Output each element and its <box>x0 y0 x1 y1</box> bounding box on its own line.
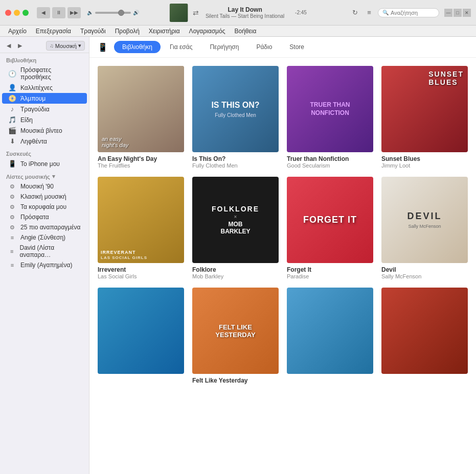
title-bar: ◀ ⏸ ▶▶ 🔈 🔊 ⇄ Lay It Down Silent Tails — … <box>0 0 476 26</box>
playlist-item-emily[interactable]: ≡ Emily (Αγαπημένα) <box>2 260 87 270</box>
sidebar-item-genres[interactable]: 🎵 Είδη <box>2 114 87 125</box>
library-dropdown-label: Μουσική <box>55 43 77 49</box>
sidebar-item-recent[interactable]: 🕐 Πρόσφατες προσθήκες <box>2 65 87 82</box>
tab-for-you[interactable]: Για εσάς <box>162 41 201 53</box>
album-card-12[interactable] <box>381 288 468 384</box>
playlists-section-label: Λίστες μουσικής ▾ <box>0 169 89 181</box>
playlist-david-label: David (Λίστα αναπαρα… <box>20 244 81 258</box>
search-input[interactable] <box>391 10 432 16</box>
close-window-button[interactable] <box>5 10 11 16</box>
playlist-item-recent[interactable]: ⚙ Πρόσφατα <box>2 212 87 222</box>
sidebar-item-iphone[interactable]: 📱 Το iPhone μου <box>2 158 87 169</box>
playlist-list-icon-2: ≡ <box>8 248 16 254</box>
album-name-10: Felt Like Yesterday <box>192 377 279 384</box>
playlist-item-90s[interactable]: ⚙ Μουσική '90 <box>2 181 87 192</box>
tab-radio[interactable]: Ράδιο <box>248 41 280 53</box>
menu-help[interactable]: Βοήθεια <box>230 27 260 36</box>
playlist-item-angie[interactable]: ≡ Angie (Σύνθεση) <box>2 232 87 243</box>
list-view-button[interactable]: ≡ <box>364 7 375 18</box>
playlist-item-25most[interactable]: ⚙ 25 πιο αναπαραγμένα <box>2 222 87 232</box>
sidebar-item-albums[interactable]: 📀 Άλμπουμ <box>2 93 87 104</box>
tab-browse[interactable]: Περιήγηση <box>201 41 247 53</box>
menu-song[interactable]: Τραγούδι <box>76 27 110 36</box>
sidebar-nav-bar: ◀ ▶ ♫ Μουσική ▾ <box>0 39 89 53</box>
sidebar-item-downloaded-label: Ληφθέντα <box>20 138 47 145</box>
volume-slider-track[interactable] <box>95 12 131 14</box>
album-card-10[interactable]: FELT LIKEYESTERDAY Felt Like Yesterday <box>192 288 279 384</box>
repeat-button[interactable]: ↻ <box>349 7 360 18</box>
close-button[interactable]: ✕ <box>463 9 471 17</box>
album-card-5[interactable]: IRREVERANTLAS SOCIAL GIRLS Irreverent La… <box>98 177 184 279</box>
album-card-1[interactable]: an easynight's day An Easy Night's Day T… <box>98 66 184 169</box>
sidebar-item-artists[interactable]: 👤 Καλλιτέχνες <box>2 82 87 93</box>
playlist-item-david[interactable]: ≡ David (Λίστα αναπαρα… <box>2 243 87 260</box>
now-playing-center: ⇄ Lay It Down Silent Tails — Start Being… <box>169 4 307 22</box>
album-cover-12 <box>381 288 468 374</box>
forward-button[interactable]: ▶▶ <box>67 7 81 18</box>
album-cover-2: IS THIS ON? Fully Clothed Men <box>192 66 279 152</box>
minimize-window-button[interactable] <box>14 10 20 16</box>
menu-view[interactable]: Προβολή <box>111 27 144 36</box>
playlist-classical-label: Κλασική μουσική <box>20 193 66 200</box>
sidebar-item-songs-label: Τραγούδια <box>20 106 50 113</box>
music-videos-icon: 🎬 <box>8 127 16 134</box>
menu-edit[interactable]: Επεξεργασία <box>32 27 75 36</box>
album-artist-3: Good Secularism <box>287 162 373 169</box>
content-area: 📱 Βιβλιοθήκη Για εσάς Περιήγηση Ράδιο St… <box>89 37 476 474</box>
volume-high-icon: 🔊 <box>133 10 139 15</box>
library-dropdown[interactable]: ♫ Μουσική ▾ <box>46 41 85 51</box>
album-card-8[interactable]: DEVIL Sally McFenson Devil Sally McFenso… <box>381 177 468 279</box>
album-cover-3: TRUER THANNONFICTION <box>287 66 373 152</box>
menu-account[interactable]: Λογαριασμός <box>185 27 230 36</box>
menu-file[interactable]: Αρχείο <box>4 27 31 36</box>
sidebar-item-songs[interactable]: ♪ Τραγούδια <box>2 104 87 114</box>
volume-control[interactable]: 🔈 🔊 <box>87 10 139 15</box>
playlist-recent-label: Πρόσφατα <box>20 214 49 221</box>
album-card-9[interactable] <box>98 288 184 384</box>
album-artist-5: Las Social Girls <box>98 273 184 279</box>
volume-slider-thumb[interactable] <box>118 10 124 16</box>
album-artist-4: Jimmy Loot <box>381 162 468 169</box>
album-card-7[interactable]: FORGET IT Forget It Paradise <box>287 177 373 279</box>
genres-icon: 🎵 <box>8 116 16 124</box>
time-remaining: -2:45 <box>295 10 307 15</box>
song-info: Lay It Down Silent Tails — Start Being I… <box>204 6 286 19</box>
toolbar-right: ↻ ≡ 🔍 — □ ✕ <box>349 7 471 18</box>
album-card-11[interactable] <box>287 288 373 384</box>
playlists-label-text: Λίστες μουσικής <box>6 174 50 180</box>
chevron-down-icon-playlists: ▾ <box>52 173 55 180</box>
minimize-button[interactable]: — <box>444 9 452 17</box>
tab-library[interactable]: Βιβλιοθήκη <box>114 41 161 53</box>
album-cover-6: FOLKLORE × MOBBARKLEY <box>192 177 279 263</box>
album-name-2: Is This On? <box>192 155 279 162</box>
album-name-5: Irreverent <box>98 266 184 273</box>
album-name-6: Folklore <box>192 266 279 273</box>
playlist-top-label: Τα κορυφαία μου <box>20 203 66 210</box>
sidebar-item-music-videos[interactable]: 🎬 Μουσικά βίντεο <box>2 125 87 136</box>
iphone-icon: 📱 <box>8 160 16 168</box>
sidebar-item-downloaded[interactable]: ⬇ Ληφθέντα <box>2 136 87 147</box>
nav-back-button[interactable]: ◀ <box>4 41 13 51</box>
tab-store[interactable]: Store <box>281 41 312 53</box>
sidebar-item-iphone-label: Το iPhone μου <box>20 160 60 168</box>
album-card-6[interactable]: FOLKLORE × MOBBARKLEY Folklore Mob Barkl… <box>192 177 279 279</box>
playlist-25most-label: 25 πιο αναπαραγμένα <box>20 224 81 231</box>
back-button[interactable]: ◀ <box>37 7 50 18</box>
sidebar-item-artists-label: Καλλιτέχνες <box>20 84 53 91</box>
playback-controls: ◀ ⏸ ▶▶ <box>37 7 81 18</box>
downloaded-icon: ⬇ <box>8 137 16 145</box>
maximize-window-button[interactable] <box>22 10 29 16</box>
album-card-2[interactable]: IS THIS ON? Fully Clothed Men Is This On… <box>192 66 279 169</box>
playlist-item-classical[interactable]: ⚙ Κλασική μουσική <box>2 192 87 202</box>
pause-button[interactable]: ⏸ <box>52 7 65 18</box>
menu-controls[interactable]: Χειριστήρια <box>145 27 184 36</box>
playlist-item-top[interactable]: ⚙ Τα κορυφαία μου <box>2 202 87 212</box>
album-card-3[interactable]: TRUER THANNONFICTION Truer than Nonficti… <box>287 66 373 169</box>
album-card-4[interactable]: SUNSETBLUES Sunset Blues Jimmy Loot <box>381 66 468 169</box>
search-box[interactable]: 🔍 <box>378 8 439 17</box>
now-playing-album-art[interactable] <box>169 4 188 22</box>
shuffle-button[interactable]: ⇄ <box>193 9 199 17</box>
restore-button[interactable]: □ <box>454 9 462 17</box>
nav-forward-button[interactable]: ▶ <box>15 41 25 51</box>
album-name-4: Sunset Blues <box>381 155 468 162</box>
